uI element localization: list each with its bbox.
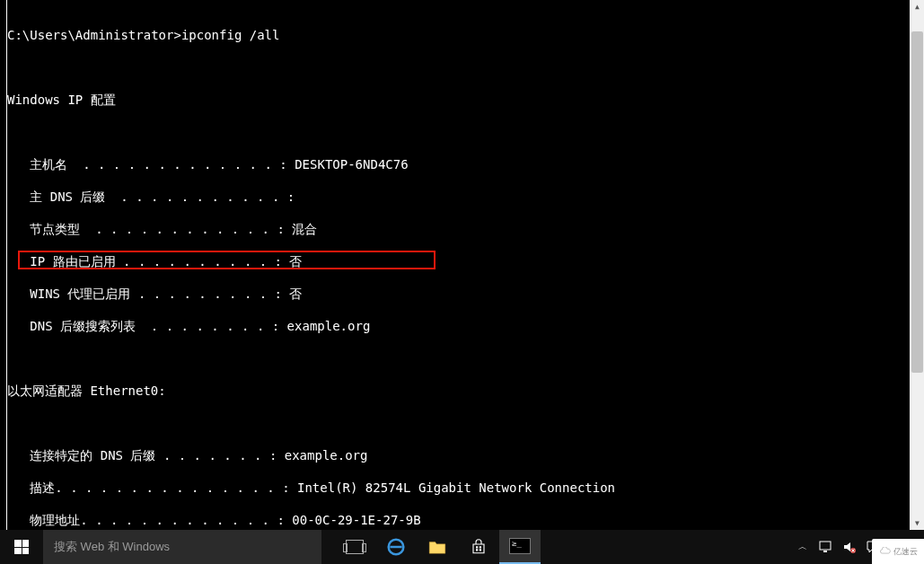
tray-overflow-button[interactable]: ︿ (795, 539, 811, 555)
conn-dns-suffix-label: 连接特定的 DNS 后缀 (30, 448, 155, 463)
prompt: C:\Users\Administrator> (7, 28, 181, 42)
wins-proxy-line: WINS 代理已启用 . . . . . . . . . : 否 (7, 286, 910, 302)
adapter-header: 以太网适配器 Ethernet0: (7, 383, 910, 399)
svg-rect-6 (823, 551, 827, 552)
blank-line (7, 350, 910, 366)
node-type-value: 混合 (292, 222, 317, 236)
edge-button[interactable] (375, 530, 417, 564)
node-type-line: 节点类型 . . . . . . . . . . . . : 混合 (7, 221, 910, 237)
watermark-text: 亿速云 (893, 546, 918, 558)
node-type-label: 节点类型 (30, 222, 80, 236)
scrollbar-up-button[interactable]: ▲ (911, 0, 924, 13)
wins-proxy-value: 否 (289, 286, 302, 301)
ip-config-header: Windows IP 配置 (7, 92, 910, 108)
file-explorer-button[interactable] (417, 530, 458, 564)
task-view-button[interactable] (334, 530, 375, 564)
dns-suffix-list-value: example.org (287, 319, 371, 333)
windows-logo-icon (14, 540, 29, 554)
scrollbar-down-button[interactable]: ▼ (911, 516, 924, 530)
physical-addr-value: 00-0C-29-1E-27-9B (292, 513, 420, 527)
primary-dns-suffix-line: 主 DNS 后缀 . . . . . . . . . . . : (7, 189, 910, 205)
ip-routing-value: 否 (289, 254, 302, 269)
volume-icon[interactable] (841, 539, 858, 555)
primary-dns-suffix-label: 主 DNS 后缀 (30, 189, 105, 204)
edge-icon (387, 538, 405, 556)
cloud-icon (879, 547, 892, 556)
store-icon (471, 539, 487, 555)
blank-line (7, 415, 910, 431)
terminal-scrollbar[interactable]: ▲ ▼ (911, 0, 924, 530)
wins-proxy-label: WINS 代理已启用 (30, 286, 130, 301)
task-icons (334, 530, 541, 564)
network-icon[interactable] (818, 539, 834, 555)
scrollbar-track[interactable] (911, 13, 924, 516)
blank-line (7, 124, 910, 140)
command-text: ipconfig /all (181, 28, 280, 42)
physical-addr-line: 物理地址. . . . . . . . . . . . . : 00-0C-29… (7, 512, 910, 528)
svg-rect-5 (820, 542, 831, 550)
description-line: 描述. . . . . . . . . . . . . . . : Intel(… (7, 480, 910, 496)
folder-icon (428, 540, 446, 554)
cmd-icon (509, 538, 531, 554)
ip-routing-label: IP 路由已启用 (30, 254, 115, 269)
physical-addr-label: 物理地址 (30, 513, 80, 527)
description-label: 描述 (30, 480, 55, 495)
terminal-output[interactable]: C:\Users\Administrator>ipconfig /all Win… (7, 0, 910, 530)
prompt-line: C:\Users\Administrator>ipconfig /all (7, 27, 910, 43)
svg-rect-4 (480, 549, 481, 551)
taskbar: 搜索 Web 和 Windows ︿ 20:00 (0, 530, 924, 564)
conn-dns-suffix-value: example.org (285, 448, 368, 463)
store-button[interactable] (458, 530, 499, 564)
host-name-line: 主机名 . . . . . . . . . . . . . : DESKTOP-… (7, 156, 910, 172)
dns-suffix-list-label: DNS 后缀搜索列表 (30, 319, 136, 333)
search-input[interactable]: 搜索 Web 和 Windows (43, 530, 321, 564)
svg-rect-1 (476, 546, 478, 548)
task-view-icon (346, 540, 364, 554)
start-button[interactable] (0, 530, 43, 564)
blank-line (7, 59, 910, 75)
ip-routing-line: IP 路由已启用 . . . . . . . . . . : 否 (7, 253, 910, 269)
dns-suffix-list-line: DNS 后缀搜索列表 . . . . . . . . : example.org (7, 318, 910, 334)
watermark: 亿速云 (872, 539, 924, 564)
host-name-label: 主机名 (30, 157, 67, 172)
scrollbar-thumb[interactable] (911, 31, 923, 373)
host-name-value: DESKTOP-6ND4C76 (295, 157, 408, 172)
cmd-button[interactable] (499, 530, 541, 564)
search-placeholder: 搜索 Web 和 Windows (54, 539, 170, 555)
description-value: Intel(R) 82574L Gigabit Network Connecti… (297, 480, 615, 495)
svg-rect-3 (476, 549, 478, 551)
conn-dns-suffix-line: 连接特定的 DNS 后缀 . . . . . . . : example.org (7, 447, 910, 463)
svg-rect-2 (480, 546, 481, 548)
